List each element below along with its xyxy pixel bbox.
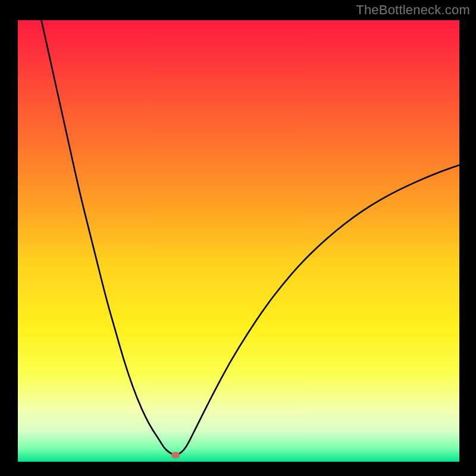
chart-frame: TheBottleneck.com (0, 0, 476, 476)
optimal-point-marker (171, 452, 180, 458)
attribution-text: TheBottleneck.com (356, 2, 470, 18)
gradient-background (18, 20, 459, 462)
plot-svg (18, 20, 459, 462)
plot-area (18, 20, 459, 462)
